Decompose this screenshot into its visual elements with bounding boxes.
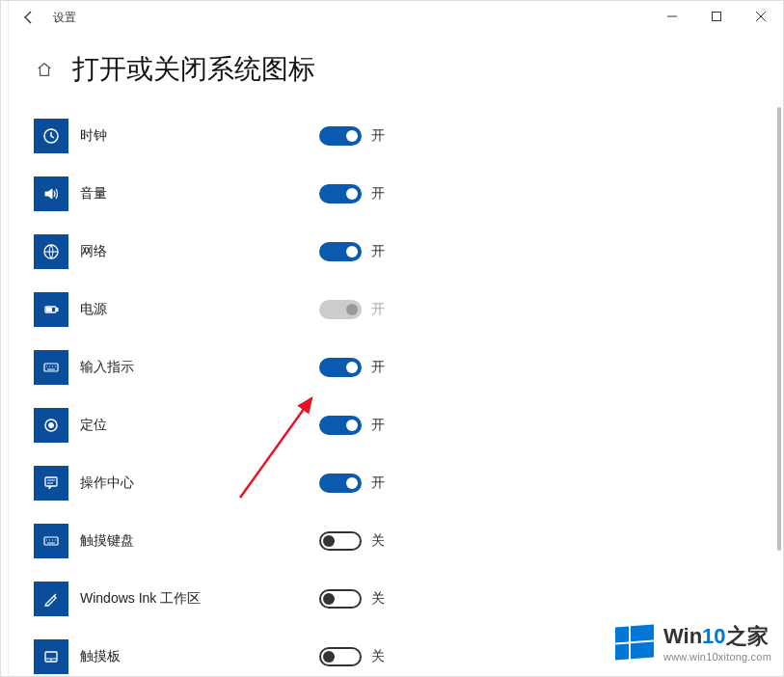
row-location: 定位 开 [34,396,770,454]
settings-window: 设置 打开或关闭系统图标 时钟 开 [0,0,784,677]
row-label: 操作中心 [80,474,311,492]
close-button[interactable] [739,1,783,32]
toggle-ime[interactable] [319,358,362,377]
power-icon [34,292,68,327]
minimize-button[interactable] [650,1,694,32]
maximize-button[interactable] [694,1,739,32]
row-label: 触摸键盘 [80,532,311,550]
toggle-state-label: 开 [371,359,385,376]
toggle-state-label: 开 [371,417,385,434]
clock-icon [34,119,68,153]
keyboard-icon [34,350,68,385]
scrollbar[interactable] [777,107,781,551]
toggle-location[interactable] [319,416,362,435]
toggle-action-center[interactable] [319,474,362,493]
row-label: 网络 [80,243,311,260]
minimize-icon [667,12,677,21]
volume-icon [34,176,68,211]
toggle-volume[interactable] [319,184,362,203]
watermark-url: www.win10xitong.com [663,651,771,663]
close-icon [756,12,766,21]
toggle-power [319,300,362,319]
svg-rect-9 [44,364,58,371]
page-header: 打开或关闭系统图标 [1,34,783,111]
svg-rect-1 [713,13,721,21]
app-title: 设置 [53,10,76,26]
row-network: 网络 开 [34,223,770,281]
row-ime: 输入指示 开 [34,338,770,396]
svg-rect-7 [56,309,58,311]
windows-logo-icon [615,625,654,661]
row-touch-keyboard: 触摸键盘 关 [34,512,770,570]
location-icon [34,408,68,443]
network-icon [34,234,68,269]
row-label: 输入指示 [80,359,311,376]
svg-rect-20 [44,537,58,545]
row-action-center: 操作中心 开 [34,454,770,512]
toggle-network[interactable] [319,242,362,261]
toggle-state-label: 开 [371,474,385,492]
toggle-state-label: 开 [371,301,385,318]
row-label: 触摸板 [80,648,311,665]
row-label: 时钟 [80,127,311,145]
toggle-state-label: 开 [371,185,385,203]
toggle-state-label: 关 [371,648,385,665]
row-label: 定位 [80,417,311,434]
page-title: 打开或关闭系统图标 [72,51,315,88]
touch-keyboard-icon [34,524,68,558]
action-center-icon [34,466,68,501]
maximize-icon [712,12,721,21]
touchpad-icon [34,639,68,674]
pen-icon [34,582,68,616]
svg-rect-17 [45,477,57,486]
toggle-state-label: 关 [371,590,385,608]
row-label: Windows Ink 工作区 [80,590,311,608]
toggle-touchpad[interactable] [319,647,362,666]
row-windows-ink: Windows Ink 工作区 关 [34,570,770,628]
toggle-state-label: 开 [371,243,385,260]
watermark-brand: Win10之家 [663,622,771,651]
svg-rect-8 [47,309,52,311]
toggle-state-label: 关 [371,532,385,550]
titlebar: 设置 [1,1,783,34]
left-edge-strip [1,1,9,676]
toggle-state-label: 开 [371,127,385,145]
row-label: 音量 [80,185,311,203]
back-button[interactable] [9,1,49,34]
svg-point-16 [49,423,54,428]
watermark: Win10之家 www.win10xitong.com [615,622,771,663]
row-power: 电源 开 [34,281,770,338]
home-icon [36,61,53,78]
settings-list: 时钟 开 音量 开 网络 开 [34,107,770,676]
arrow-left-icon [21,10,37,25]
row-volume: 音量 开 [34,165,770,223]
toggle-touch-keyboard[interactable] [319,531,362,551]
row-clock: 时钟 开 [34,107,770,165]
row-label: 电源 [80,301,311,318]
window-controls [650,1,783,32]
home-button[interactable] [34,59,55,80]
toggle-clock[interactable] [319,126,362,146]
toggle-windows-ink[interactable] [319,589,362,609]
